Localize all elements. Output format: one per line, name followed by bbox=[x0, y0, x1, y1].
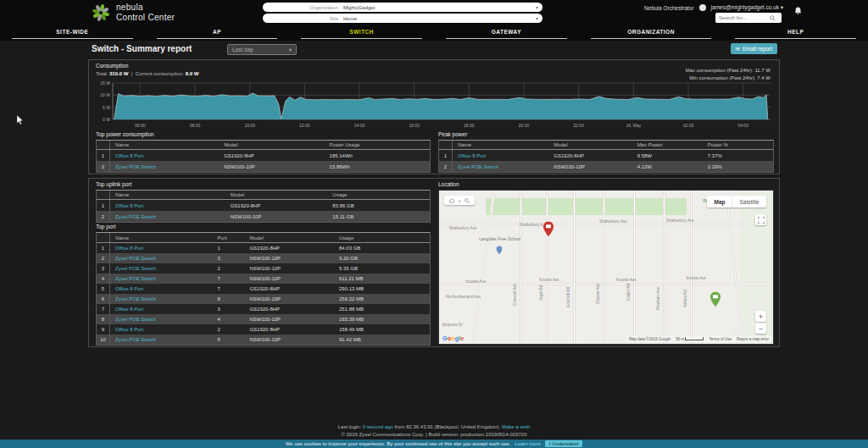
street-label: Calder Rd bbox=[626, 284, 631, 301]
device-name-link[interactable]: Office 8 Port bbox=[110, 307, 213, 312]
device-name-link[interactable]: Zyxel POE Switch bbox=[110, 266, 213, 271]
consumption-area-chart[interactable]: 0 W5 W10 W15 W06:0008:0010:0012:0014:001… bbox=[96, 80, 774, 130]
device-name-link[interactable]: Zyxel POE Switch bbox=[110, 317, 213, 322]
table-cell: 256.22 MB bbox=[334, 296, 430, 301]
chevron-down-icon: ▾ bbox=[536, 15, 538, 21]
svg-text:20:00: 20:00 bbox=[519, 123, 530, 128]
table-row: 2Zyxel POE SwitchNSW100-10P15.11 GB bbox=[97, 211, 430, 222]
user-email-menu[interactable]: james@mightygadget.co.uk ▾ bbox=[711, 4, 783, 11]
map-view-button[interactable]: Map bbox=[707, 196, 732, 207]
street-label: Shaftesbury Ave bbox=[599, 219, 627, 224]
svg-text:08:00: 08:00 bbox=[190, 123, 201, 128]
street-label: Gosforth Rd bbox=[566, 286, 570, 307]
device-name-link[interactable]: Zyxel POE Switch bbox=[110, 296, 213, 301]
table-row: 5Office 8 Port7GS1920-8HP290.13 MB bbox=[97, 284, 430, 294]
svg-text:0 W: 0 W bbox=[103, 117, 110, 122]
row-index: 1 bbox=[439, 150, 453, 161]
table-cell: GS1920-8HP bbox=[219, 153, 324, 158]
table-cell: 251.88 MB bbox=[334, 307, 430, 312]
svg-text:06:00: 06:00 bbox=[135, 123, 146, 128]
pan-icon[interactable] bbox=[449, 198, 454, 203]
table-row: 7Office 8 Port3GS1920-8HP251.88 MB bbox=[97, 304, 430, 314]
table-cell: 5 bbox=[213, 337, 245, 342]
switch-red-marker[interactable] bbox=[542, 221, 554, 237]
column-header: Power Usage bbox=[325, 142, 430, 147]
device-name-link[interactable]: Office 8 Port bbox=[110, 246, 213, 251]
table-row: 1Office 8 PortGS1920-8HP83.86 GB bbox=[97, 200, 430, 211]
road bbox=[439, 283, 773, 285]
organization-select[interactable]: Organization MightyGadget ▾ bbox=[263, 3, 542, 12]
street-label: Argyll Rd bbox=[539, 285, 543, 301]
notifications-bell-icon[interactable] bbox=[794, 3, 802, 19]
device-name-link[interactable]: Office 8 Port bbox=[110, 203, 225, 208]
search-icon[interactable] bbox=[770, 15, 776, 21]
device-name-link[interactable]: Zyxel POE Switch bbox=[110, 276, 213, 281]
envelope-icon: ✉ bbox=[736, 46, 740, 53]
tab-underline bbox=[591, 38, 712, 39]
switch-green-marker[interactable] bbox=[709, 291, 721, 307]
fullscreen-icon[interactable] bbox=[755, 214, 766, 225]
map-toolbar[interactable]: + bbox=[444, 196, 475, 205]
map-scale: 50 m bbox=[676, 337, 704, 341]
zoom-in-button[interactable]: + bbox=[755, 311, 766, 322]
device-name-link[interactable]: Office 8 Port bbox=[110, 286, 213, 291]
learn-more-link[interactable]: Learn more bbox=[515, 441, 541, 446]
street-label: Ashton Rd bbox=[683, 290, 687, 307]
tab-organization[interactable]: ORGANIZATION bbox=[579, 25, 724, 41]
svg-text:18:00: 18:00 bbox=[464, 123, 475, 128]
table-cell: GS1920-8HP bbox=[244, 246, 334, 251]
device-name-link[interactable]: Zyxel POE Switch bbox=[453, 164, 548, 169]
index-header bbox=[439, 141, 453, 149]
road bbox=[546, 191, 548, 344]
street-label: Knowle Ave bbox=[687, 276, 706, 280]
device-name-link[interactable]: Zyxel POE Switch bbox=[110, 214, 225, 219]
satellite-view-button[interactable]: Satellite bbox=[732, 196, 766, 207]
device-name-link[interactable]: Office 8 Port bbox=[110, 153, 219, 158]
svg-text:02:00: 02:00 bbox=[683, 123, 694, 128]
table-cell: NSW100-10P bbox=[244, 266, 334, 271]
tab-help[interactable]: HELP bbox=[723, 25, 868, 41]
cookie-banner: We use cookies to improve your experienc… bbox=[0, 440, 868, 448]
report-period-select[interactable]: Last day ▾ bbox=[227, 44, 297, 55]
zoom-out-button[interactable]: − bbox=[755, 323, 766, 334]
email-report-button[interactable]: ✉ Email report bbox=[731, 43, 778, 54]
table-cell: 3 bbox=[213, 256, 245, 261]
i-understand-button[interactable]: I Understand bbox=[545, 440, 582, 447]
device-name-link[interactable]: Zyxel POE Switch bbox=[110, 337, 213, 342]
column-header: Model bbox=[225, 192, 328, 197]
report-error-link[interactable]: Report a map error bbox=[737, 337, 769, 341]
svg-text:10:00: 10:00 bbox=[244, 123, 255, 128]
location-title: Location bbox=[438, 181, 774, 187]
street-label: Penshaw Ave bbox=[656, 287, 660, 310]
google-map[interactable]: Shaftesbury AveShaftesbury AveShaftesbur… bbox=[438, 190, 774, 345]
orchestrator-icon[interactable] bbox=[699, 4, 706, 11]
plus-icon[interactable]: + bbox=[458, 198, 461, 203]
search-icon[interactable] bbox=[465, 198, 470, 203]
device-name-link[interactable]: Office 8 Port bbox=[453, 153, 548, 158]
tab-switch[interactable]: SWITCH bbox=[289, 25, 434, 41]
device-name-link[interactable]: Zyxel POE Switch bbox=[110, 164, 219, 169]
school-blue-marker[interactable] bbox=[496, 246, 503, 255]
site-select[interactable]: Site Home ▾ bbox=[263, 14, 542, 23]
last-login-time-link[interactable]: 0 second ago bbox=[363, 424, 393, 429]
tab-ap[interactable]: AP bbox=[145, 25, 290, 41]
consumption-totals: Total: 310.0 W | Current consumption: 8.… bbox=[96, 71, 198, 76]
tab-underline bbox=[157, 38, 278, 39]
nebula-logo[interactable]: nebula Control Center bbox=[92, 3, 175, 23]
road bbox=[690, 191, 693, 344]
street-label: Chester Ave bbox=[596, 284, 600, 304]
device-name-link[interactable]: Office 8 Port bbox=[110, 327, 213, 332]
search-input[interactable] bbox=[719, 15, 770, 20]
device-name-link[interactable]: Zyxel POE Switch bbox=[110, 256, 213, 261]
column-header: Name bbox=[110, 142, 219, 147]
make-a-wish-link[interactable]: Make a wish bbox=[502, 424, 530, 429]
tab-site-wide[interactable]: SITE-WIDE bbox=[0, 25, 145, 41]
table-cell: NSW100-10P bbox=[244, 296, 334, 301]
column-header: Port bbox=[213, 235, 245, 241]
terms-link[interactable]: Terms of Use bbox=[709, 337, 732, 341]
table-cell: 15.11 GB bbox=[327, 214, 430, 219]
row-index: 4 bbox=[97, 274, 110, 284]
consumption-panel: Consumption Total: 310.0 W | Current con… bbox=[88, 59, 780, 174]
tab-gateway[interactable]: GATEWAY bbox=[434, 25, 579, 41]
tab-underline bbox=[446, 38, 567, 39]
